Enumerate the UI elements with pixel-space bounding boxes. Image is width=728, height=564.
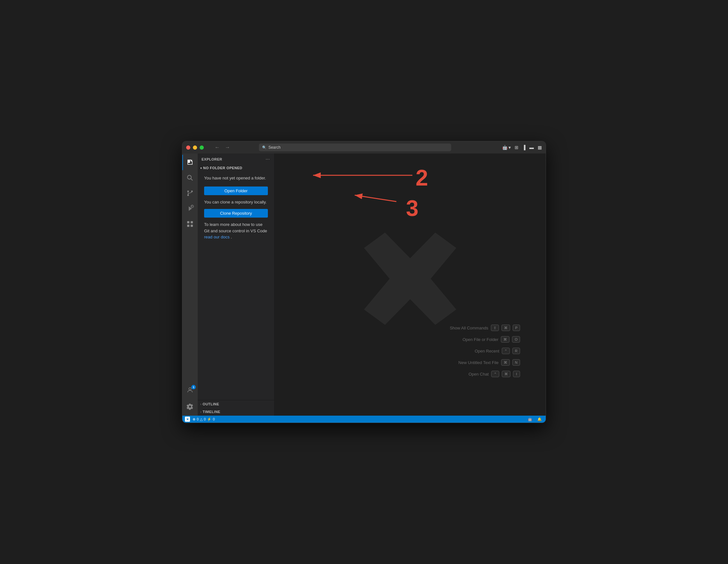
status-bar: ✕ ⊗ 0 △ 0 ⚡ 0 🤖 🔔 bbox=[182, 416, 546, 423]
learn-more-prefix: To learn more about how to use Git and s… bbox=[204, 222, 267, 233]
settings-button[interactable] bbox=[182, 399, 198, 414]
svg-rect-12 bbox=[191, 225, 193, 227]
copilot-status-button[interactable]: 🤖 bbox=[526, 417, 534, 421]
notifications-button[interactable]: 🔔 bbox=[536, 417, 543, 421]
key-o: O bbox=[512, 336, 520, 343]
learn-more-text: To learn more about how to use Git and s… bbox=[204, 221, 268, 240]
svg-text:3: 3 bbox=[406, 196, 418, 221]
search-icon: 🔍 bbox=[262, 145, 267, 150]
panel-header: EXPLORER ··· bbox=[198, 153, 274, 165]
shortcut-label: Open Chat bbox=[468, 372, 489, 377]
no-folder-text: You have not yet opened a folder. bbox=[204, 175, 268, 181]
shortcut-show-all-commands: Show All Commands ⇧ ⌘ P bbox=[450, 325, 520, 331]
bottom-sections: › OUTLINE › TIMELINE bbox=[198, 400, 274, 416]
svg-text:2: 2 bbox=[416, 165, 428, 190]
search-placeholder: Search bbox=[269, 145, 281, 150]
sidebar-item-search[interactable] bbox=[182, 170, 198, 186]
error-icon: ⊗ bbox=[193, 417, 195, 421]
sidebar-panel: EXPLORER ··· ▾ NO FOLDER OPENED You have… bbox=[198, 153, 275, 416]
minimize-button[interactable] bbox=[193, 145, 197, 150]
svg-line-3 bbox=[191, 179, 193, 181]
status-left: ✕ ⊗ 0 △ 0 ⚡ 0 bbox=[185, 417, 215, 422]
svg-rect-11 bbox=[187, 225, 189, 227]
layout-sidebar-left[interactable]: ⊞ bbox=[515, 145, 518, 150]
accounts-button[interactable]: 1 bbox=[182, 382, 198, 398]
svg-line-16 bbox=[355, 195, 396, 202]
forward-button[interactable]: → bbox=[223, 144, 232, 151]
open-folder-button[interactable]: Open Folder bbox=[204, 187, 268, 195]
svg-rect-0 bbox=[188, 160, 190, 163]
maximize-button[interactable] bbox=[200, 145, 204, 150]
key-cmd: ⌘ bbox=[501, 336, 509, 343]
key-i: I bbox=[513, 371, 520, 377]
vscode-watermark bbox=[359, 228, 461, 331]
sidebar-item-source-control[interactable] bbox=[182, 186, 198, 201]
section-chevron: ▾ bbox=[200, 166, 202, 170]
key-ctrl: ⌃ bbox=[502, 348, 510, 354]
clone-repository-button[interactable]: Clone Repository bbox=[204, 209, 268, 218]
sidebar-item-explorer[interactable] bbox=[182, 155, 198, 170]
section-header[interactable]: ▾ NO FOLDER OPENED bbox=[198, 165, 274, 171]
key-ctrl: ⌃ bbox=[491, 371, 499, 377]
outline-section[interactable]: › OUTLINE bbox=[198, 400, 274, 408]
shortcuts-area: Show All Commands ⇧ ⌘ P Open File or Fol… bbox=[450, 325, 520, 377]
vscode-status-icon: ✕ bbox=[185, 417, 190, 422]
svg-rect-9 bbox=[187, 221, 189, 223]
bell-icon: 🔔 bbox=[537, 417, 542, 421]
shortcut-label: Open File or Folder bbox=[462, 337, 498, 342]
activity-bar: 1 bbox=[182, 153, 198, 416]
svg-point-13 bbox=[189, 388, 191, 390]
timeline-label: TIMELINE bbox=[203, 410, 220, 414]
svg-point-5 bbox=[187, 191, 189, 192]
shortcut-open-chat: Open Chat ⌃ ⌘ I bbox=[450, 371, 520, 377]
warning-icon: △ bbox=[200, 417, 203, 421]
key-shift: ⇧ bbox=[491, 325, 499, 331]
clone-description: You can clone a repository locally. bbox=[204, 199, 268, 205]
titlebar-right: 🤖 ▾ ⊞ ▐ ▬ ▩ bbox=[502, 145, 542, 150]
section-title: NO FOLDER OPENED bbox=[203, 166, 242, 170]
sidebar-item-extensions[interactable] bbox=[182, 216, 198, 232]
layout-panel[interactable]: ▐ bbox=[522, 145, 525, 150]
sidebar-item-run[interactable] bbox=[182, 201, 198, 216]
key-cmd: ⌘ bbox=[502, 371, 510, 377]
back-button[interactable]: ← bbox=[213, 144, 222, 151]
shortcut-label: Open Recent bbox=[475, 349, 499, 353]
timeline-section[interactable]: › TIMELINE bbox=[198, 408, 274, 416]
layout-customize[interactable]: ▩ bbox=[538, 145, 542, 150]
warning-count: 0 bbox=[204, 417, 206, 421]
shortcut-label: Show All Commands bbox=[450, 326, 488, 330]
traffic-lights bbox=[186, 145, 204, 150]
outline-label: OUTLINE bbox=[203, 402, 219, 406]
copilot-icon: 🤖 bbox=[502, 145, 508, 150]
key-n: N bbox=[512, 359, 520, 366]
close-button[interactable] bbox=[186, 145, 190, 150]
shortcut-label: New Untitled Text File bbox=[459, 360, 499, 365]
no-folder-content: You have not yet opened a folder. Open F… bbox=[198, 171, 274, 400]
status-right: 🤖 🔔 bbox=[526, 417, 543, 421]
nav-buttons: ← → bbox=[213, 144, 232, 151]
panel-title: EXPLORER bbox=[202, 157, 222, 161]
panel-more-button[interactable]: ··· bbox=[265, 156, 270, 162]
layout-panel-bottom[interactable]: ▬ bbox=[529, 145, 534, 150]
svg-rect-10 bbox=[191, 221, 193, 223]
search-bar[interactable]: 🔍 Search bbox=[259, 144, 451, 151]
learn-more-link[interactable]: read our docs bbox=[204, 235, 230, 239]
key-cmd: ⌘ bbox=[501, 359, 510, 366]
shortcut-open-file: Open File or Folder ⌘ O bbox=[450, 336, 520, 343]
key-r: R bbox=[512, 348, 520, 354]
timeline-chevron: › bbox=[200, 410, 201, 414]
copilot-button[interactable]: 🤖 ▾ bbox=[502, 145, 511, 150]
outline-chevron: › bbox=[200, 402, 201, 406]
copilot-chevron: ▾ bbox=[509, 145, 511, 150]
svg-point-2 bbox=[187, 175, 191, 179]
key-cmd: ⌘ bbox=[501, 325, 510, 331]
vscode-window: ← → 🔍 Search 🤖 ▾ ⊞ ▐ ▬ ▩ bbox=[182, 141, 546, 423]
errors-status[interactable]: ⊗ 0 △ 0 ⚡ 0 bbox=[193, 417, 215, 421]
editor-area: 2 3 Show All Commands ⇧ ⌘ P Open File or… bbox=[275, 153, 546, 416]
titlebar: ← → 🔍 Search 🤖 ▾ ⊞ ▐ ▬ ▩ bbox=[182, 141, 546, 153]
shortcut-new-file: New Untitled Text File ⌘ N bbox=[450, 359, 520, 366]
learn-more-suffix: . bbox=[231, 235, 232, 239]
key-p: P bbox=[513, 325, 520, 331]
shortcut-open-recent: Open Recent ⌃ R bbox=[450, 348, 520, 354]
svg-point-4 bbox=[187, 195, 189, 196]
